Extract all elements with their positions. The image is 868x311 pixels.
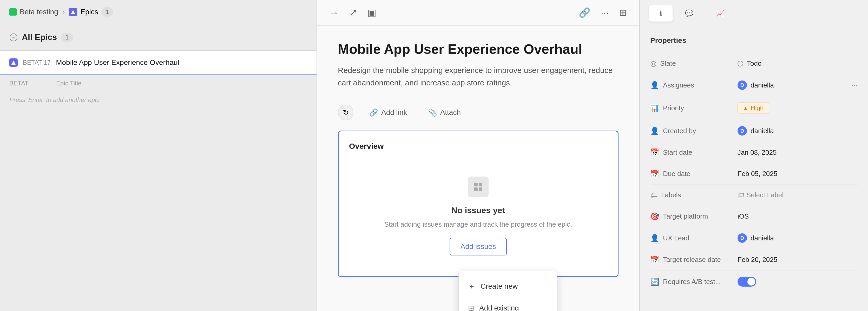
state-label: ◎ State bbox=[650, 59, 733, 68]
refresh-button[interactable]: ↻ bbox=[338, 105, 353, 120]
target-release-date-label: 📅 Target release date bbox=[650, 255, 733, 264]
epic-list-item[interactable]: BETAT-17 Mobile App User Experience Over… bbox=[0, 50, 316, 74]
tab-activity[interactable]: 📈 bbox=[706, 5, 735, 22]
overview-box: Overview No issues yet Start adding issu… bbox=[338, 131, 619, 277]
labels-icon: 🏷 bbox=[650, 191, 657, 199]
property-row-state: ◎ State Todo bbox=[650, 53, 858, 74]
property-row-due-date: 📅 Due date Feb 05, 2025 bbox=[650, 163, 858, 184]
tab-comment[interactable]: 💬 bbox=[675, 5, 704, 22]
priority-label: 📊 Priority bbox=[650, 104, 733, 112]
ux-lead-value[interactable]: D daniella bbox=[738, 233, 858, 243]
info-icon: ℹ bbox=[659, 9, 662, 18]
labels-label: 🏷 Labels bbox=[650, 191, 733, 199]
start-date-value[interactable]: Jan 08, 2025 bbox=[738, 148, 858, 157]
no-issues-area: No issues yet Start adding issues manage… bbox=[349, 161, 607, 266]
svg-rect-4 bbox=[474, 183, 478, 186]
created-by-value: D daniella bbox=[738, 126, 858, 136]
breadcrumb-separator: › bbox=[62, 8, 65, 16]
svg-marker-0 bbox=[71, 10, 75, 14]
state-icon: ◎ bbox=[650, 59, 656, 68]
add-issues-button[interactable]: Add issues bbox=[450, 238, 507, 255]
target-release-date-value[interactable]: Feb 20, 2025 bbox=[738, 256, 858, 264]
requires-ab-toggle[interactable] bbox=[738, 277, 756, 286]
priority-icon: 📊 bbox=[650, 104, 659, 112]
requires-ab-value[interactable] bbox=[738, 277, 858, 286]
create-new-label: Create new bbox=[480, 282, 518, 290]
property-row-ux-lead: 👤 UX Lead D daniella bbox=[650, 227, 858, 249]
target-platform-icon: 🎯 bbox=[650, 212, 659, 221]
assignees-label: 👤 Assignees bbox=[650, 81, 733, 90]
more-icon[interactable]: ··· bbox=[599, 5, 611, 20]
breadcrumb-epics[interactable]: Epics 1 bbox=[69, 7, 113, 16]
ux-lead-label: 👤 UX Lead bbox=[650, 234, 733, 242]
main-body: Mobile App User Experience Overhaul Rede… bbox=[317, 26, 639, 311]
created-by-label: 👤 Created by bbox=[650, 127, 733, 135]
requires-ab-icon: 🔄 bbox=[650, 278, 659, 286]
col-betat: BETAT bbox=[9, 80, 51, 87]
main-toolbar: → ⤢ ▣ 🔗 ··· ⊞ bbox=[317, 0, 639, 26]
property-row-priority: 📊 Priority ▲ High bbox=[650, 96, 858, 120]
attach-button[interactable]: 📎 Attach bbox=[423, 105, 466, 120]
epics-icon bbox=[69, 8, 77, 16]
priority-value[interactable]: ▲ High bbox=[738, 103, 858, 113]
plus-icon: ＋ bbox=[468, 281, 475, 291]
svg-text:∞: ∞ bbox=[12, 35, 16, 40]
expand-icon[interactable]: ⤢ bbox=[347, 5, 359, 20]
property-row-target-release-date: 📅 Target release date Feb 20, 2025 bbox=[650, 249, 858, 271]
col-epic-title: Epic Title bbox=[56, 80, 81, 87]
label-tag-icon: 🏷 bbox=[738, 191, 744, 199]
assignees-value[interactable]: D daniella ··· bbox=[738, 80, 858, 90]
add-existing-option[interactable]: ⊞ Add existing bbox=[459, 298, 557, 311]
share-icon[interactable]: 🔗 bbox=[577, 5, 592, 20]
labels-value[interactable]: 🏷 Select Label bbox=[738, 191, 858, 199]
assignees-more[interactable]: ··· bbox=[851, 81, 858, 89]
overview-label: Overview bbox=[349, 142, 607, 150]
select-label-button[interactable]: 🏷 Select Label bbox=[738, 191, 783, 199]
requires-ab-label: 🔄 Requires A/B test... bbox=[650, 278, 733, 286]
add-issues-dropdown: ＋ Create new ⊞ Add existing bbox=[458, 271, 557, 311]
epic-description: Redesign the mobile shopping experience … bbox=[338, 64, 619, 89]
property-row-created-by: 👤 Created by D daniella bbox=[650, 120, 858, 142]
layout-icon[interactable]: ⊞ bbox=[617, 5, 629, 20]
due-date-icon: 📅 bbox=[650, 170, 659, 178]
comment-icon: 💬 bbox=[685, 9, 693, 18]
svg-rect-6 bbox=[474, 187, 478, 191]
target-platform-value[interactable]: iOS bbox=[738, 212, 858, 220]
create-new-option[interactable]: ＋ Create new bbox=[459, 275, 557, 298]
start-date-label: 📅 Start date bbox=[650, 148, 733, 157]
epic-title: Mobile App User Experience Overhaul bbox=[56, 59, 179, 67]
epics-badge: 1 bbox=[101, 7, 113, 16]
svg-rect-7 bbox=[479, 187, 482, 191]
epic-item-icon bbox=[9, 59, 18, 67]
property-row-target-platform: 🎯 Target platform iOS bbox=[650, 206, 858, 227]
activity-icon: 📈 bbox=[716, 9, 724, 18]
press-enter-hint: Press 'Enter' to add another epic bbox=[0, 92, 316, 108]
due-date-value[interactable]: Feb 05, 2025 bbox=[738, 170, 858, 178]
empty-row: BETAT Epic Title bbox=[0, 74, 316, 92]
property-row-labels: 🏷 Labels 🏷 Select Label bbox=[650, 184, 858, 206]
epic-id: BETAT-17 bbox=[23, 59, 51, 66]
main-content: → ⤢ ▣ 🔗 ··· ⊞ Mobile App User Experience… bbox=[317, 0, 639, 311]
no-issues-title: No issues yet bbox=[452, 206, 505, 215]
layers-icon: ⊞ bbox=[468, 304, 474, 311]
arrow-icon[interactable]: → bbox=[328, 5, 341, 20]
tab-info[interactable]: ℹ bbox=[649, 5, 673, 22]
state-value[interactable]: Todo bbox=[738, 60, 858, 68]
priority-dot: ▲ bbox=[743, 105, 748, 111]
toolbar-left: → ⤢ ▣ bbox=[328, 5, 378, 20]
add-existing-label: Add existing bbox=[479, 304, 519, 311]
ux-lead-icon: 👤 bbox=[650, 234, 659, 242]
sidebar: Beta testing › Epics 1 ∞ All Epics 1 B bbox=[0, 0, 317, 311]
project-name: Beta testing bbox=[20, 8, 58, 16]
target-release-icon: 📅 bbox=[650, 255, 659, 264]
property-row-requires-ab: 🔄 Requires A/B test... bbox=[650, 271, 858, 293]
priority-badge: ▲ High bbox=[738, 103, 769, 113]
created-by-icon: 👤 bbox=[650, 127, 659, 135]
add-link-button[interactable]: 🔗 Add link bbox=[364, 105, 412, 120]
breadcrumb: Beta testing › Epics 1 bbox=[0, 0, 316, 24]
issues-empty-icon bbox=[468, 176, 489, 197]
project-icon bbox=[9, 8, 17, 15]
breadcrumb-project[interactable]: Beta testing bbox=[9, 8, 58, 16]
sidebar-toggle-icon[interactable]: ▣ bbox=[365, 5, 378, 20]
created-by-avatar: D bbox=[738, 126, 747, 136]
